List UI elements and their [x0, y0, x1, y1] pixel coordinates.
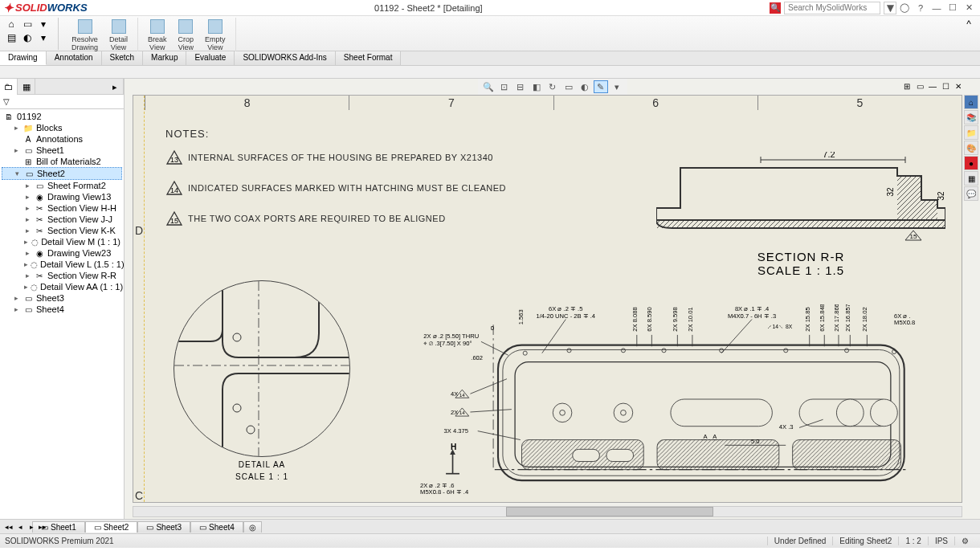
ribbon-break-view[interactable]: BreakView — [143, 18, 172, 53]
tree-root[interactable]: 🗎01192 — [2, 111, 122, 122]
qa-home-icon[interactable]: ⌂ — [5, 18, 18, 31]
design-lib-icon[interactable]: 📚 — [964, 110, 978, 124]
svg-point-71 — [662, 349, 666, 353]
tree-tab-feature[interactable]: 🗀 — [0, 79, 18, 95]
tree-item[interactable]: ▸▭Sheet4 — [2, 304, 122, 315]
max-doc-icon[interactable]: ☐ — [940, 80, 951, 92]
search-dropdown[interactable]: ⯆ — [884, 2, 896, 14]
svg-rect-57 — [793, 440, 901, 470]
h-scrollbar[interactable] — [133, 506, 962, 517]
drawing-sheet[interactable]: 8 7 6 5 D C NOTES: 13INTERNAL SURFACES O… — [133, 95, 962, 503]
qa-open-icon[interactable]: ▭ — [21, 18, 34, 31]
sheet-tab-2[interactable]: ▭Sheet2 — [85, 521, 138, 533]
tree-item[interactable]: AAnnotations — [2, 133, 122, 145]
tree-item[interactable]: ▾▭Sheet2 — [2, 167, 122, 180]
tree-item[interactable]: ▸◌Detail View L (1.5 : 1) — [2, 259, 122, 270]
qa-print-icon[interactable]: ▤ — [5, 31, 18, 44]
maximize-button[interactable]: ☐ — [945, 2, 961, 14]
svg-text:32: 32 — [886, 187, 895, 197]
close-button[interactable]: ✕ — [961, 2, 977, 14]
tree-item[interactable]: ▸✂Section View K-K — [2, 225, 122, 236]
tree-item[interactable]: ▸✂Section View J-J — [2, 214, 122, 225]
tab-drawing[interactable]: Drawing — [0, 51, 47, 65]
tree-tab-property[interactable]: ▦ — [18, 79, 35, 95]
zoom-prev-icon[interactable]: ⊟ — [513, 80, 528, 93]
min-doc-icon[interactable]: — — [927, 80, 938, 92]
svg-text:2X 10.01: 2X 10.01 — [687, 307, 694, 331]
tile-icon[interactable]: ⊞ — [901, 80, 913, 92]
corner-controls: ⊞ ▭ — ☐ ✕ — [901, 80, 964, 92]
ribbon-crop-view[interactable]: CropView — [174, 18, 199, 53]
tab-sheetformat[interactable]: Sheet Format — [336, 51, 402, 65]
rotate-icon[interactable]: ↻ — [545, 80, 560, 93]
sheet-tab-3[interactable]: ▭Sheet3 — [137, 521, 190, 533]
search-icon[interactable]: 🔍 — [770, 2, 781, 14]
tree-filter[interactable]: ▽ — [0, 95, 124, 109]
sheet-tab-4[interactable]: ▭Sheet4 — [190, 521, 243, 533]
tab-annotation[interactable]: Annotation — [47, 51, 102, 65]
help-icon[interactable]: ? — [913, 2, 929, 14]
search-input[interactable] — [784, 2, 880, 14]
zoom-area-icon[interactable]: ⊡ — [497, 80, 512, 93]
qa-save-icon[interactable]: ▾ — [37, 18, 50, 31]
status-units[interactable]: IPS — [928, 537, 954, 545]
sw-resources-icon[interactable]: ⌂ — [964, 95, 978, 109]
feature-tree[interactable]: 🗎01192 ▸📁BlocksAAnnotations▸▭Sheet1⊞Bill… — [0, 109, 124, 519]
feature-tree-panel: 🗀 ▦ ▸ ▽ 🗎01192 ▸📁BlocksAAnnotations▸▭She… — [0, 79, 125, 519]
tab-sketch[interactable]: Sketch — [102, 51, 144, 65]
drawing-canvas[interactable]: 🔍 ⊡ ⊟ ◧ ↻ ▭ ◐ ✎ ▾ ⊞ ▭ — ☐ ✕ ⌂ 📚 📁 🎨 ● ▦ … — [125, 79, 980, 519]
ribbon-collapse-icon[interactable]: ^ — [962, 18, 975, 31]
status-options-icon[interactable]: ⚙ — [954, 537, 975, 545]
qa-settings-icon[interactable]: ▾ — [37, 31, 50, 44]
zoom-fit-icon[interactable]: 🔍 — [481, 80, 496, 93]
tree-item[interactable]: ▸◉Drawing View13 — [2, 191, 122, 202]
note-line: 13INTERNAL SURFACES OF THE HOUSING BE PR… — [165, 149, 506, 165]
tree-item[interactable]: ▸📁Blocks — [2, 122, 122, 133]
svg-text:2X 8.088: 2X 8.088 — [631, 307, 639, 331]
svg-line-79 — [470, 379, 507, 394]
svg-text:2X 16.857: 2X 16.857 — [844, 304, 851, 332]
svg-point-72 — [720, 349, 724, 353]
tree-item[interactable]: ▸✂Section View H-H — [2, 202, 122, 214]
status-scale[interactable]: 1 : 2 — [898, 537, 927, 545]
tab-evaluate[interactable]: Evaluate — [186, 51, 235, 65]
tab-addins[interactable]: SOLIDWORKS Add-Ins — [235, 51, 335, 65]
tree-item[interactable]: ▸▭Sheet3 — [2, 292, 122, 304]
file-explorer-icon[interactable]: 📁 — [964, 125, 978, 140]
close-doc-icon[interactable]: ✕ — [953, 80, 964, 92]
tree-tab-arrow[interactable]: ▸ — [106, 79, 124, 95]
tree-item[interactable]: ▸▭Sheet Format2 — [2, 180, 122, 191]
tab-markup[interactable]: Markup — [143, 51, 186, 65]
forum-icon[interactable]: 💬 — [964, 186, 978, 201]
row-c: C — [135, 489, 143, 502]
tree-item[interactable]: ▸◌Detail View M (1 : 1) — [2, 236, 122, 247]
more-icon[interactable]: ▾ — [610, 80, 624, 93]
ribbon-resolve-drawing[interactable]: ResolveDrawing — [67, 18, 103, 53]
user-icon[interactable]: ◯ — [896, 2, 913, 14]
tree-item[interactable]: ▸✂Section View R-R — [2, 270, 122, 281]
custom-props-icon[interactable]: ▦ — [964, 171, 978, 186]
edit-sketch-icon[interactable]: ✎ — [594, 80, 608, 93]
tree-item[interactable]: ▸◌Detail View AA (1 : 1) — [2, 281, 122, 292]
tree-item[interactable]: ▸◉Drawing View23 — [2, 247, 122, 259]
svg-text:15: 15 — [170, 217, 178, 225]
minimize-button[interactable]: — — [929, 2, 945, 14]
window-icon[interactable]: ▭ — [914, 80, 925, 92]
appearances-icon[interactable]: ● — [964, 156, 978, 170]
ribbon-detail-view[interactable]: DetailView — [104, 18, 133, 53]
sheet-nav[interactable]: ◂◂◂▸▸▸ — [3, 523, 48, 531]
svg-point-61 — [560, 410, 566, 415]
svg-point-74 — [845, 349, 849, 353]
sheet-tab-add[interactable]: ◎ — [243, 521, 262, 533]
svg-point-69 — [567, 349, 571, 353]
display-icon[interactable]: ▭ — [561, 80, 576, 93]
hide-icon[interactable]: ◐ — [578, 80, 592, 93]
section-icon[interactable]: ◧ — [529, 80, 544, 93]
tree-item[interactable]: ⊞Bill of Materials2 — [2, 156, 122, 167]
qa-undo-icon[interactable]: ◐ — [21, 31, 34, 44]
tree-item[interactable]: ▸▭Sheet1 — [2, 145, 122, 156]
svg-text:A: A — [713, 433, 717, 440]
view-palette-icon[interactable]: 🎨 — [964, 141, 978, 155]
ribbon-empty-view[interactable]: EmptyView — [200, 18, 231, 53]
svg-text:.602: .602 — [471, 354, 483, 361]
